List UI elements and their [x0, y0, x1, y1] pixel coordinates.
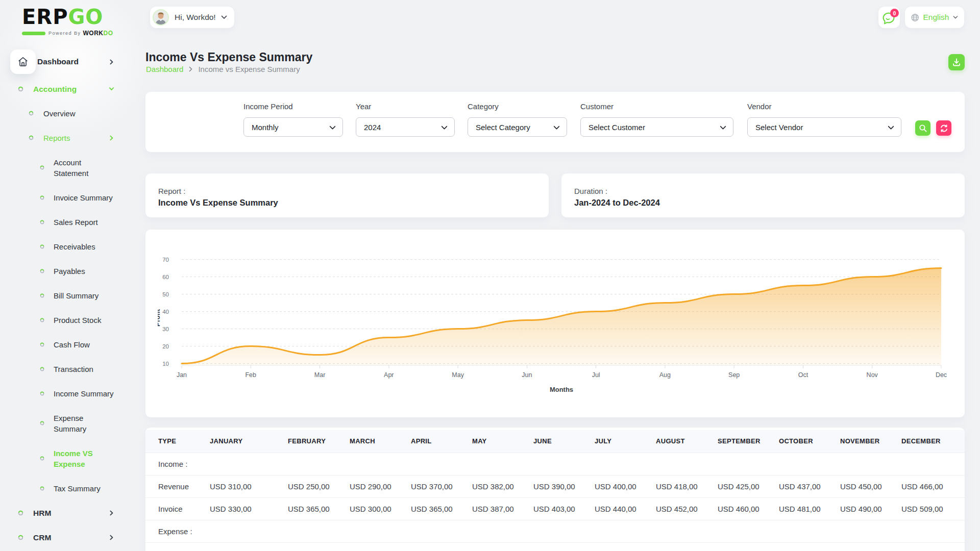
sidebar-item-label: Accounting — [33, 84, 77, 94]
sidebar-item-expense-summary[interactable]: Expense Summary — [0, 406, 133, 441]
area-fill — [182, 268, 941, 365]
y-tick-label: 40 — [162, 309, 169, 315]
y-tick-label: 10 — [162, 361, 169, 367]
sidebar-item-label: Income Summary — [54, 388, 114, 399]
x-tick-label: Feb — [245, 371, 256, 379]
chevron-down-icon — [109, 86, 114, 92]
x-tick-label: Jul — [592, 371, 600, 379]
table-header-cell: JULY — [595, 430, 656, 453]
breadcrumb-dashboard-link[interactable]: Dashboard — [146, 65, 183, 73]
y-tick-label: 20 — [162, 343, 169, 349]
ring-icon — [40, 318, 44, 322]
sidebar-item-label: Product Stock — [54, 315, 101, 325]
reset-filter-button[interactable] — [936, 120, 951, 136]
row-value-cell: USD 300,00 — [350, 497, 411, 520]
ring-icon — [18, 535, 23, 540]
sidebar-item-reports[interactable]: Reports — [0, 126, 133, 150]
avatar — [153, 9, 169, 26]
chevron-right-icon — [109, 510, 114, 516]
sidebar-item-label: Dashboard — [37, 57, 79, 66]
sidebar-item-income-vs-expense[interactable]: Income VS Expense — [0, 441, 133, 476]
filter-field-customer: CustomerSelect Customer — [580, 102, 733, 137]
sidebar-item-payables[interactable]: Payables — [0, 259, 133, 283]
ring-icon — [40, 293, 44, 298]
breadcrumb: Dashboard Income vs Expense Summary — [146, 65, 300, 73]
sidebar-item-cash-flow[interactable]: Cash Flow — [0, 332, 133, 357]
row-value-cell: USD 460,00 — [718, 497, 779, 520]
table-header-cell: AUGUST — [656, 430, 718, 453]
sidebar-item-crm[interactable]: CRM — [0, 525, 133, 549]
row-value-cell: USD 387,00 — [472, 497, 533, 520]
table-section-row: Expense : — [145, 520, 965, 542]
duration-card: Duration : Jan-2024 to Dec-2024 — [561, 173, 965, 217]
row-value-cell: USD 509,00 — [901, 497, 965, 520]
notification-badge: 0 — [890, 9, 899, 17]
chevron-down-icon — [221, 15, 227, 19]
x-tick-label: Oct — [798, 371, 808, 379]
row-type-cell: Invoice — [145, 497, 210, 520]
row-value-cell: USD 403,00 — [533, 497, 595, 520]
messages-button[interactable]: 0 — [878, 7, 900, 28]
breadcrumb-separator-icon — [189, 66, 192, 72]
sidebar-item-label: Account Statement — [54, 157, 88, 179]
ring-icon — [40, 391, 44, 396]
sidebar-item-label: Transaction — [54, 364, 93, 374]
filter-select-year[interactable]: 2024 — [356, 117, 455, 137]
refresh-icon — [940, 124, 948, 133]
duration-value: Jan-2024 to Dec-2024 — [574, 198, 952, 208]
filter-label-category: Category — [468, 102, 567, 111]
home-icon — [10, 49, 36, 74]
sidebar-item-accounting[interactable]: Accounting — [0, 77, 133, 101]
sidebar-item-label: Sales Report — [54, 217, 98, 228]
table-header-cell: MARCH — [350, 430, 411, 453]
table-header-cell: SEPTEMBER — [718, 430, 779, 453]
filter-select-income-period[interactable]: Monthly — [243, 117, 343, 137]
table-header-cell: DECEMBER — [901, 430, 965, 453]
sidebar-item-label: Payables — [54, 266, 85, 277]
chevron-down-icon — [953, 15, 958, 19]
brand-logo-text: ERPGO — [22, 5, 134, 29]
sidebar-item-receivables[interactable]: Receivables — [0, 234, 133, 259]
sidebar-item-invoice-summary[interactable]: Invoice Summary — [0, 185, 133, 210]
row-value-cell: USD 330,00 — [210, 497, 288, 520]
table-header-cell: FEBRUARY — [288, 430, 350, 453]
sidebar-item-transaction[interactable]: Transaction — [0, 357, 133, 381]
sidebar-item-sales-report[interactable]: Sales Report — [0, 210, 133, 234]
y-tick-label: 60 — [162, 274, 169, 280]
brand-logo[interactable]: ERPGO Powered By WORKDO — [22, 5, 134, 37]
sidebar-item-dashboard[interactable]: Dashboard — [0, 49, 133, 74]
breadcrumb-current: Income vs Expense Summary — [198, 65, 300, 73]
sidebar-item-label: Reports — [43, 133, 70, 143]
x-tick-label: Aug — [659, 371, 671, 379]
filter-select-vendor[interactable]: Select Vendor — [747, 117, 901, 137]
row-value-cell: USD 365,00 — [411, 497, 472, 520]
table-header-cell: JUNE — [533, 430, 595, 453]
row-value-cell: USD 466,00 — [901, 475, 965, 497]
sidebar-item-account-statement[interactable]: Account Statement — [0, 150, 133, 185]
chevron-right-icon — [109, 535, 114, 540]
user-menu[interactable]: Hi, Workdo! — [150, 7, 234, 28]
table-section-title: Income : — [145, 453, 965, 475]
sidebar-item-product-stock[interactable]: Product Stock — [0, 308, 133, 332]
x-tick-label: Dec — [936, 371, 947, 379]
sidebar-item-overview[interactable]: Overview — [0, 101, 133, 126]
profit-area-chart: 10203040506070JanFebMarAprMayJunJulAugSe… — [145, 230, 965, 417]
filter-select-category[interactable]: Select Category — [468, 117, 567, 137]
page-title: Income Vs Expense Summary — [145, 51, 312, 64]
filter-select-customer[interactable]: Select Customer — [580, 117, 733, 137]
y-axis-title: Profit — [158, 297, 162, 338]
sidebar-item-hrm[interactable]: HRM — [0, 500, 133, 525]
row-value-cell: USD 437,00 — [779, 475, 840, 497]
download-icon — [952, 58, 961, 66]
search-icon — [919, 124, 927, 133]
sidebar-item-income-summary[interactable]: Income Summary — [0, 381, 133, 406]
filter-field-year: Year2024 — [356, 102, 455, 137]
language-selector[interactable]: English — [905, 7, 964, 28]
sidebar-item-label: CRM — [33, 532, 51, 543]
apply-filter-button[interactable] — [915, 120, 930, 136]
x-tick-label: May — [452, 371, 464, 379]
row-type-cell: Revenue — [145, 475, 210, 497]
sidebar-item-bill-summary[interactable]: Bill Summary — [0, 283, 133, 308]
download-button[interactable] — [948, 54, 965, 70]
sidebar-item-tax-summary[interactable]: Tax Summary — [0, 476, 133, 500]
